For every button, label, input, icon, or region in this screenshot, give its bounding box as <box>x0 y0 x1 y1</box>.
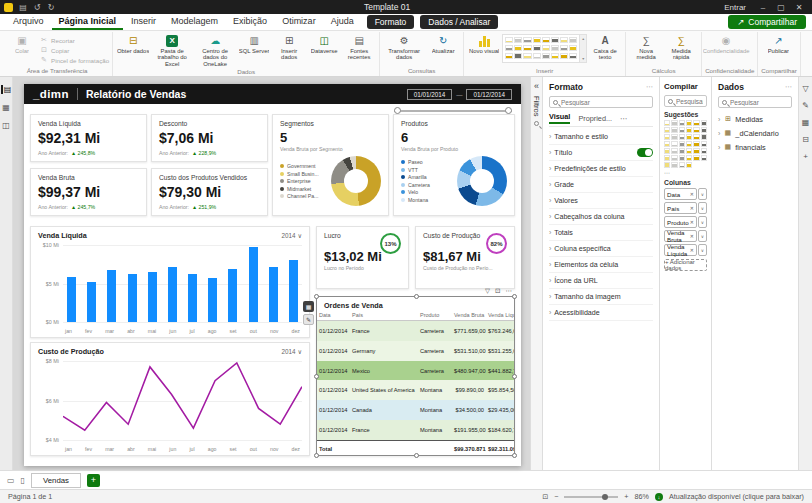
visual-type-icon[interactable] <box>505 53 513 59</box>
tab-modelagem[interactable]: Modelagem <box>164 14 225 30</box>
kpi-card-venda-liquida[interactable]: Venda Líquida $92,31 Mi Ano Anterior:▲ 2… <box>30 114 147 162</box>
tab-dados-analisar[interactable]: Dados / Analisar <box>420 15 498 29</box>
redo-icon[interactable]: ↻ <box>44 3 58 12</box>
visual-type-icon[interactable] <box>686 155 692 161</box>
update-available-icon[interactable]: ↓ <box>655 493 663 501</box>
cut-button[interactable]: ✂ Recortar <box>40 36 109 44</box>
add-data-button[interactable]: + Adicionar dados <box>664 259 707 271</box>
visual-type-icon[interactable] <box>671 155 677 161</box>
legend-item[interactable]: VTT <box>401 167 457 173</box>
visual-type-icon[interactable] <box>542 45 550 51</box>
transform-data-button[interactable]: ⚙ Transformar dados <box>383 32 425 61</box>
visual-type-icon[interactable] <box>542 53 550 59</box>
scroll-up-icon[interactable]: ▴ <box>582 36 584 41</box>
legend-item[interactable]: Government <box>280 163 331 169</box>
format-section-totais[interactable]: ›Totais <box>549 225 653 241</box>
report-canvas[interactable]: _dimn Relatório de Vendas 01/01/2014 — 0… <box>13 77 530 470</box>
format-section-predefini-es-de-estilo[interactable]: ›Predefinições de estilo <box>549 161 653 177</box>
tab-otimizar[interactable]: Otimizar <box>275 14 323 30</box>
format-section-cabe-alhos-da-coluna[interactable]: ›Cabeçalhos da coluna <box>549 209 653 225</box>
format-pane-icon[interactable]: ✎ <box>802 101 809 110</box>
tab-exibicao[interactable]: Exibição <box>226 14 274 30</box>
chevron-down-icon[interactable]: ∨ <box>297 232 302 239</box>
visual-type-icon[interactable] <box>701 141 707 147</box>
format-section-elementos-da-c-lula[interactable]: ›Elementos da célula <box>549 257 653 273</box>
format-section-tamanho-e-estilo[interactable]: ›Tamanho e estilo <box>549 129 653 145</box>
tab-ajuda[interactable]: Ajuda <box>324 14 361 30</box>
column-header[interactable]: País <box>350 312 418 318</box>
format-section-t-tulo[interactable]: ›Título <box>549 145 653 161</box>
kpi-card-desconto[interactable]: Desconto $7,06 Mi Ano Anterior:▲ 228,9% <box>151 114 268 162</box>
table-row[interactable]: 01/12/2014FranceMontana$191.955,00$184.6… <box>317 420 514 440</box>
sensitivity-button[interactable]: ◉ Confidencialidade <box>705 32 747 54</box>
visual-type-icon[interactable] <box>679 120 685 126</box>
visual-type-icon[interactable] <box>693 134 699 140</box>
visual-type-icon[interactable] <box>679 141 685 147</box>
slider-handle-left[interactable] <box>394 107 401 114</box>
bar-chart-bar[interactable] <box>87 282 96 322</box>
format-tab-properties[interactable]: Propried... <box>578 114 612 123</box>
copy-button[interactable]: ⊡ Copiar <box>40 46 109 54</box>
new-measure-button[interactable]: ∑ Nova medida <box>629 32 663 61</box>
tab-arquivo[interactable]: Arquivo <box>6 14 51 30</box>
kpi-card-venda-bruta[interactable]: Venda Bruta $99,37 Mi Ano Anterior:▲ 245… <box>30 168 147 216</box>
table-row[interactable]: 01/12/2014CanadaMontana$34.500,00$29.435… <box>317 400 514 420</box>
excel-workbook-button[interactable]: X Pasta de trabalho do Excel <box>151 32 193 67</box>
remove-field-icon[interactable]: ✕ <box>690 247 694 253</box>
selection-handle[interactable] <box>414 453 419 458</box>
data-pane-icon[interactable]: ⊟ <box>802 135 809 144</box>
selection-handle[interactable] <box>314 374 319 379</box>
visual-type-icon[interactable] <box>505 45 513 51</box>
visual-type-icon[interactable] <box>701 134 707 140</box>
desktop-layout-icon[interactable]: ▭ <box>7 476 15 485</box>
bar-chart-bar[interactable] <box>249 247 258 322</box>
save-icon[interactable]: ▤ <box>16 3 30 12</box>
format-section-acessibilidade[interactable]: ›Acessibilidade <box>549 305 653 321</box>
visual-type-icon[interactable] <box>569 45 577 51</box>
text-box-button[interactable]: A Caixa de texto <box>588 32 622 61</box>
visual-format-button[interactable]: ✎ <box>303 314 314 325</box>
table-row[interactable]: 01/12/2014MexicoCarretera$480.947,00$441… <box>317 361 514 381</box>
collapse-pane-icon[interactable]: ⋯ <box>785 83 792 91</box>
bar-chart-bar[interactable] <box>168 267 177 322</box>
visual-type-icon[interactable] <box>693 141 699 147</box>
gallery-scrollbar[interactable]: ▴ ▾ <box>580 34 587 63</box>
lucro-card[interactable]: Lucro 13% $13,02 Mi Lucro no Período <box>316 226 409 289</box>
focus-mode-icon[interactable]: ⊡ <box>495 287 500 295</box>
scroll-down-icon[interactable]: ▾ <box>582 56 584 61</box>
minimize-button[interactable]: – <box>754 3 772 12</box>
legend-item[interactable]: Montana <box>401 197 457 203</box>
visual-type-icon[interactable] <box>523 37 531 43</box>
visual-type-icon[interactable] <box>686 141 692 147</box>
format-section-coluna-espec-fica[interactable]: ›Coluna específica <box>549 241 653 257</box>
visual-type-icon[interactable] <box>569 37 577 43</box>
sign-in-button[interactable]: Entrar <box>716 3 754 12</box>
report-view-icon[interactable]: ▤ <box>1 85 12 94</box>
build-search-box[interactable] <box>664 95 707 107</box>
visual-type-icon[interactable] <box>664 120 670 126</box>
visual-type-icon[interactable] <box>505 37 513 43</box>
legend-item[interactable]: Paseo <box>401 159 457 165</box>
visual-type-icon[interactable] <box>551 37 559 43</box>
title-toggle[interactable] <box>637 148 653 157</box>
visual-type-icon[interactable] <box>533 37 541 43</box>
chevron-down-icon[interactable]: ∨ <box>297 348 302 355</box>
visual-type-icon[interactable] <box>569 53 577 59</box>
visual-type-icon[interactable] <box>514 45 522 51</box>
format-section-grade[interactable]: ›Grade <box>549 177 653 193</box>
visual-type-icon[interactable] <box>551 53 559 59</box>
sql-server-button[interactable]: ▥ SQL Server <box>237 32 271 54</box>
visual-type-icon[interactable] <box>693 155 699 161</box>
visual-type-icon[interactable] <box>671 134 677 140</box>
data-item-financials[interactable]: › ▦ financials <box>718 140 792 154</box>
line-series[interactable] <box>63 363 302 430</box>
publish-button[interactable]: ↗ Publicar <box>761 32 795 54</box>
field-pill[interactable]: Venda Bruta✕ <box>664 230 697 242</box>
column-header[interactable]: Data <box>317 312 350 318</box>
table-row[interactable]: 01/12/2014GermanyCarretera$531.510,00$53… <box>317 341 514 361</box>
field-dropdown-icon[interactable]: ∨ <box>698 216 707 228</box>
visual-type-button[interactable]: ▦ <box>303 301 314 312</box>
visual-type-icon[interactable] <box>560 37 568 43</box>
data-search-input[interactable] <box>730 99 788 106</box>
visual-type-icon[interactable] <box>514 37 522 43</box>
